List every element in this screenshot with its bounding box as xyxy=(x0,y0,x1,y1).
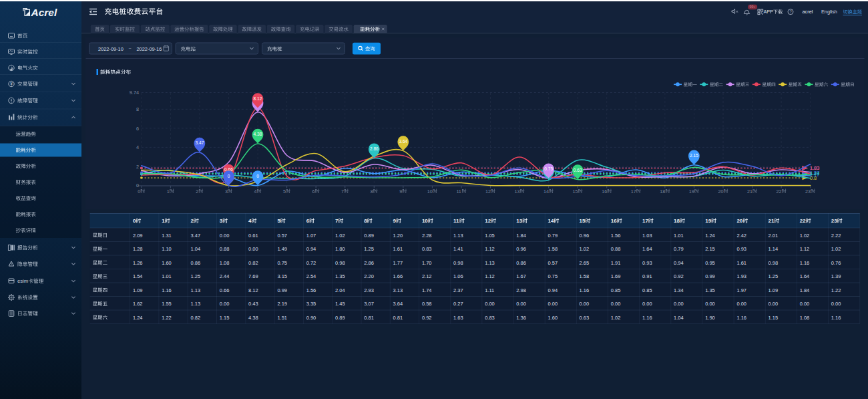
svg-text:1.25: 1.25 xyxy=(364,246,374,252)
svg-text:0.81: 0.81 xyxy=(364,315,374,321)
svg-text:0.00: 0.00 xyxy=(220,233,230,239)
svg-text:0.90: 0.90 xyxy=(306,315,316,321)
svg-text:1.22: 1.22 xyxy=(831,287,841,293)
svg-text:17: 17 xyxy=(631,188,636,194)
svg-text:10: 10 xyxy=(427,188,433,194)
svg-text:2.01: 2.01 xyxy=(769,233,779,239)
svg-text:1.64: 1.64 xyxy=(642,246,652,252)
svg-text:0.00: 0.00 xyxy=(800,301,810,307)
svg-text:1.67: 1.67 xyxy=(516,273,526,279)
svg-text:0.27: 0.27 xyxy=(453,301,463,307)
svg-text:10: 10 xyxy=(422,218,428,224)
svg-text:14: 14 xyxy=(544,188,549,194)
svg-text:0.75: 0.75 xyxy=(544,166,553,171)
svg-text:2.09: 2.09 xyxy=(133,233,143,239)
svg-text:1.25: 1.25 xyxy=(769,273,779,279)
svg-text:2.15: 2.15 xyxy=(705,246,715,252)
svg-text:3: 3 xyxy=(220,218,223,224)
svg-text:12: 12 xyxy=(485,188,491,194)
svg-text:1.80: 1.80 xyxy=(335,246,345,252)
svg-text:9: 9 xyxy=(393,218,397,224)
svg-text:1.77: 1.77 xyxy=(393,260,403,266)
svg-text:1.16: 1.16 xyxy=(580,287,590,293)
svg-text:1.22: 1.22 xyxy=(162,315,172,321)
svg-text:1.55: 1.55 xyxy=(162,301,172,307)
svg-text:3.47: 3.47 xyxy=(191,233,201,239)
svg-text:0.79: 0.79 xyxy=(548,233,558,239)
svg-text:1.16: 1.16 xyxy=(736,315,746,321)
svg-text:0.81: 0.81 xyxy=(393,315,403,321)
svg-text:0.58: 0.58 xyxy=(422,301,432,307)
svg-text:0.00: 0.00 xyxy=(831,301,841,307)
svg-text:1.56: 1.56 xyxy=(306,287,316,293)
svg-text:1.62: 1.62 xyxy=(133,301,143,307)
svg-text:6: 6 xyxy=(136,126,139,132)
svg-text:2: 2 xyxy=(191,218,194,224)
svg-text:16: 16 xyxy=(602,188,607,194)
svg-text:2.86: 2.86 xyxy=(370,146,379,151)
svg-text:0.82: 0.82 xyxy=(191,315,201,321)
svg-text:1.09: 1.09 xyxy=(133,287,143,293)
svg-text:1.05: 1.05 xyxy=(485,233,495,239)
svg-text:0.00: 0.00 xyxy=(705,301,715,307)
svg-text:15: 15 xyxy=(573,188,578,194)
svg-text:0.00: 0.00 xyxy=(580,301,590,307)
svg-text:14: 14 xyxy=(548,218,554,224)
svg-text:0.94: 0.94 xyxy=(674,260,684,266)
svg-text:4.38: 4.38 xyxy=(254,132,262,136)
svg-text:0.76: 0.76 xyxy=(831,260,841,266)
svg-text:0.00: 0.00 xyxy=(769,301,779,307)
svg-text:12: 12 xyxy=(485,218,491,224)
svg-text:3: 3 xyxy=(225,188,228,194)
svg-text:0.43: 0.43 xyxy=(248,301,258,307)
svg-text:0.00: 0.00 xyxy=(611,301,621,307)
svg-text:0.89: 0.89 xyxy=(335,315,345,321)
svg-text:2.20: 2.20 xyxy=(364,273,374,279)
svg-text:1.12: 1.12 xyxy=(485,273,495,279)
svg-text:1.03: 1.03 xyxy=(642,233,652,239)
svg-text:9: 9 xyxy=(399,188,402,194)
svg-text:1.08: 1.08 xyxy=(220,260,230,266)
svg-text:1.84: 1.84 xyxy=(516,233,526,239)
svg-text:0.8: 0.8 xyxy=(810,175,817,181)
svg-text:1.06: 1.06 xyxy=(453,273,463,279)
svg-text:1.09: 1.09 xyxy=(769,287,779,293)
svg-text:1.02: 1.02 xyxy=(335,233,345,239)
svg-text:23: 23 xyxy=(831,218,837,224)
svg-text:0.92: 0.92 xyxy=(674,273,684,279)
svg-text:0.72: 0.72 xyxy=(306,260,316,266)
svg-text:7.69: 7.69 xyxy=(248,273,258,279)
svg-text:~: ~ xyxy=(129,45,132,51)
svg-text:4: 4 xyxy=(248,218,252,224)
svg-text:English: English xyxy=(821,9,837,15)
svg-text:5: 5 xyxy=(277,218,280,224)
svg-text:2.44: 2.44 xyxy=(220,273,230,279)
svg-text:0.00: 0.00 xyxy=(548,301,558,307)
svg-text:0.83: 0.83 xyxy=(485,315,495,321)
svg-text:0: 0 xyxy=(228,174,230,178)
svg-text:1.15: 1.15 xyxy=(220,315,230,321)
svg-text:1.02: 1.02 xyxy=(611,315,621,321)
svg-text:1.01: 1.01 xyxy=(674,233,684,239)
svg-text:0.99: 0.99 xyxy=(705,273,715,279)
svg-text:1.08: 1.08 xyxy=(800,315,810,321)
svg-text:0: 0 xyxy=(256,174,259,178)
svg-text:2.19: 2.19 xyxy=(277,301,287,307)
svg-text:0.61: 0.61 xyxy=(248,233,258,239)
svg-text:1.69: 1.69 xyxy=(611,273,621,279)
svg-text:2: 2 xyxy=(136,164,139,170)
svg-text:0.00: 0.00 xyxy=(736,301,746,307)
svg-text:3.64: 3.64 xyxy=(399,139,407,144)
svg-text:0.98: 0.98 xyxy=(335,260,345,266)
svg-text:APP: APP xyxy=(764,9,774,15)
svg-text:1.58: 1.58 xyxy=(580,273,590,279)
svg-text:¥: ¥ xyxy=(10,82,13,86)
svg-text:2.65: 2.65 xyxy=(580,260,590,266)
svg-text:Acrel: Acrel xyxy=(31,7,57,18)
svg-text:3.13: 3.13 xyxy=(393,287,403,293)
svg-text:3.07: 3.07 xyxy=(364,301,374,307)
svg-text:1.90: 1.90 xyxy=(705,315,715,321)
svg-text:18: 18 xyxy=(674,218,680,224)
svg-text:17: 17 xyxy=(642,218,648,224)
svg-text:1.13: 1.13 xyxy=(191,301,201,307)
